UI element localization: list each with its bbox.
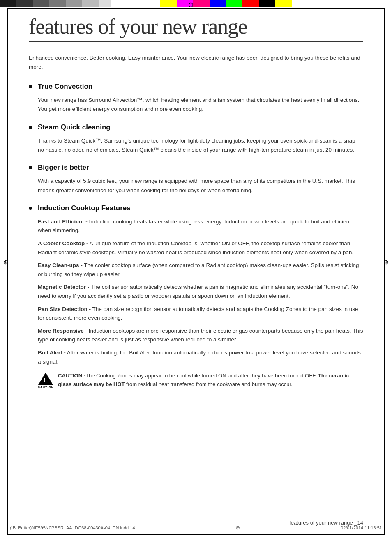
section-steam-quick: Steam Quick cleaning xyxy=(29,123,363,131)
caution-triangle-icon xyxy=(38,373,53,385)
color-block-left xyxy=(16,0,33,7)
induction-pan-size: Pan Size Detection - The pan size recogn… xyxy=(38,305,363,322)
color-block-right xyxy=(193,0,210,7)
section-true-convection-body: Your new range has Surround Airvection™,… xyxy=(38,96,363,114)
color-block-left xyxy=(49,0,66,7)
color-block-right xyxy=(160,0,177,7)
caution-icon-wrap: CAUTION xyxy=(38,373,54,389)
induction-magnetic-detector-title: Magnetic Detector - xyxy=(38,284,89,290)
color-block-right xyxy=(242,0,259,7)
color-block-right xyxy=(275,0,292,7)
bullet-dot-2 xyxy=(29,126,32,129)
border-bottom xyxy=(7,534,385,535)
induction-fast-efficient-title: Fast and Efficient - xyxy=(38,219,88,225)
induction-cooler-cooktop-title: A Cooler Cooktop - xyxy=(38,240,88,246)
section-induction: Induction Cooktop Features xyxy=(29,204,363,212)
caution-heading: CAUTION - xyxy=(58,373,85,379)
page-content: features of your new range Enhanced conv… xyxy=(0,0,392,414)
page-title: features of your new range xyxy=(29,14,363,42)
section-bigger-better: Bigger is better xyxy=(29,163,363,172)
induction-more-responsive-title: More Responsive - xyxy=(38,328,87,334)
caution-text-after: from residual heat transfered from the c… xyxy=(125,381,292,387)
color-block-right xyxy=(210,0,226,7)
induction-pan-size-title: Pan Size Detection - xyxy=(38,306,91,312)
section-induction-label: Induction Cooktop Features xyxy=(38,204,131,212)
induction-more-responsive: More Responsive - Induction cooktops are… xyxy=(38,327,363,344)
border-left xyxy=(7,8,8,535)
color-block-left xyxy=(33,0,49,7)
induction-easy-cleanup: Easy Clean-ups - The cooler cooktop surf… xyxy=(38,261,363,278)
color-block-left xyxy=(82,0,99,7)
color-block-left xyxy=(66,0,82,7)
induction-magnetic-detector: Magnetic Detector - The coil sensor auto… xyxy=(38,283,363,300)
border-top xyxy=(7,8,385,9)
color-block-right xyxy=(259,0,275,7)
induction-boil-alert-body: After water is boiling, the Boil Alert f… xyxy=(38,350,361,365)
registration-mark-top: ⊕ xyxy=(188,1,194,9)
induction-boil-alert-title: Boil Alert - xyxy=(38,350,66,356)
induction-easy-cleanup-title: Easy Clean-ups - xyxy=(38,262,83,268)
caution-text-normal: The Cooking Zones may appear to be cool … xyxy=(85,373,318,379)
caution-block: CAUTION CAUTION -The Cooking Zones may a… xyxy=(38,372,363,389)
bullet-dot-3 xyxy=(29,166,32,169)
bullet-dot-4 xyxy=(29,207,32,210)
section-title-label: True Convection xyxy=(38,83,92,91)
induction-cooler-cooktop: A Cooler Cooktop - A unique feature of t… xyxy=(38,239,363,257)
color-block-right xyxy=(226,0,242,7)
section-bigger-better-label: Bigger is better xyxy=(38,163,89,172)
bullet-dot xyxy=(29,85,32,88)
footer-center-mark: ⊕ xyxy=(235,525,240,531)
induction-boil-alert: Boil Alert - After water is boiling, the… xyxy=(38,348,363,366)
induction-fast-efficient: Fast and Efficient - Induction cooking h… xyxy=(38,217,363,235)
section-steam-quick-label: Steam Quick cleaning xyxy=(38,123,111,131)
color-block-left xyxy=(99,0,111,7)
page-footer: (IB_Better)NE595N0PBSR_AA_DG68-00430A-04… xyxy=(0,525,392,531)
section-true-convection: True Convection xyxy=(29,83,363,91)
caution-text: CAUTION -The Cooking Zones may appear to… xyxy=(58,372,363,389)
border-right xyxy=(384,8,385,535)
footer-file-info: (IB_Better)NE595N0PBSR_AA_DG68-00430A-04… xyxy=(10,525,135,530)
footer-timestamp: 02/01/2014 11:16:51 xyxy=(341,525,382,530)
section-bigger-better-body: With a capacity of 5.9 cubic feet, your … xyxy=(38,177,363,195)
induction-easy-cleanup-body: The cooler cooktop surface (when compare… xyxy=(38,262,359,277)
color-block-left xyxy=(0,0,16,7)
caution-label: CAUTION xyxy=(38,386,54,389)
intro-paragraph: Enhanced convenience. Better cooking. Ea… xyxy=(29,53,363,71)
section-steam-quick-body: Thanks to Steam Quick™, Samsung's unique… xyxy=(38,136,363,155)
